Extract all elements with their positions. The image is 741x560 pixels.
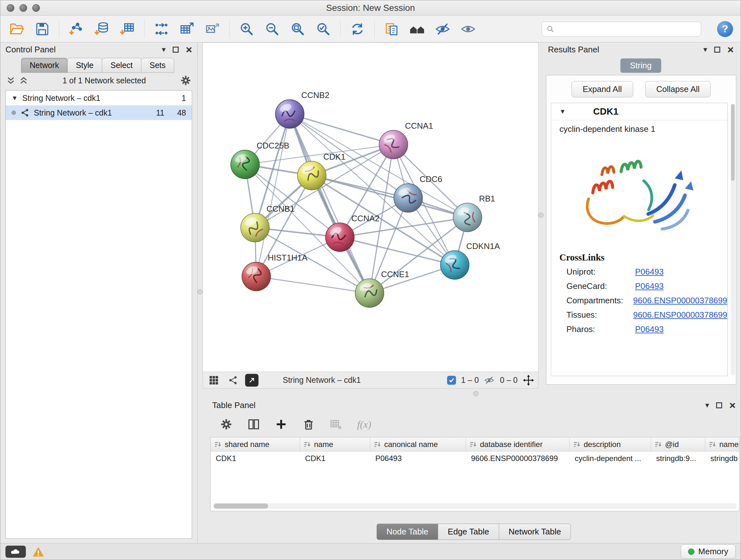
grid-view-icon[interactable] — [207, 374, 221, 387]
table-horizontal-scrollbar[interactable] — [213, 503, 737, 509]
hide-glyphs-icon[interactable] — [434, 20, 451, 38]
column-header[interactable]: @id — [651, 437, 705, 451]
search-box[interactable] — [542, 22, 701, 37]
tab-select[interactable]: Select — [102, 58, 141, 73]
expand-all-icon[interactable] — [19, 76, 28, 85]
crosslink-value[interactable]: 9606.ENSP00000378699 — [633, 296, 727, 306]
network-node-RB1[interactable]: RB1 — [453, 194, 495, 232]
tab-string[interactable]: String — [620, 58, 661, 73]
panel-collapse-icon[interactable]: ▾ — [162, 46, 165, 53]
node-label-CCNB2: CCNB2 — [301, 90, 329, 100]
gear-icon[interactable] — [180, 75, 192, 86]
network-node-CCNE1[interactable]: CCNE1 — [355, 269, 409, 307]
export-image-icon[interactable] — [204, 20, 221, 38]
network-graph[interactable]: CCNB2CCNA1CDC25BCDK1CDC6RB1CCNB1CCNA2CDK… — [203, 43, 538, 372]
pan-crosshair-icon[interactable] — [523, 374, 534, 386]
tab-node-table[interactable]: Node Table — [377, 523, 438, 540]
crosslink-value[interactable]: P06493 — [635, 281, 664, 291]
network-node-CCNB1[interactable]: CCNB1 — [241, 204, 294, 242]
panel-float-icon[interactable] — [714, 47, 720, 53]
minimize-window-icon[interactable] — [19, 4, 27, 12]
selected-checkbox-icon[interactable] — [447, 376, 456, 385]
zoom-window-icon[interactable] — [32, 4, 40, 12]
zoom-in-icon[interactable] — [238, 20, 255, 38]
panel-float-icon[interactable] — [173, 47, 179, 53]
network-node-HIST1H1A[interactable]: HIST1H1A — [242, 253, 308, 291]
panel-close-icon[interactable]: × — [729, 400, 736, 411]
help-icon[interactable]: ? — [717, 21, 733, 37]
results-scrollbar[interactable] — [731, 104, 735, 375]
delete-table-icon[interactable] — [330, 418, 342, 431]
tree-expander-icon[interactable]: ▼ — [11, 95, 18, 102]
vertical-splitter-grip[interactable] — [198, 289, 203, 294]
delete-column-icon[interactable] — [302, 418, 315, 431]
memory-label: Memory — [698, 547, 728, 557]
show-columns-icon[interactable] — [247, 418, 260, 431]
export-table-icon[interactable] — [179, 20, 196, 38]
column-header[interactable]: database identifier — [466, 437, 569, 451]
clone-network-icon[interactable] — [153, 20, 170, 38]
column-header[interactable]: canonical name — [370, 437, 466, 451]
horizontal-splitter-grip[interactable] — [473, 391, 478, 396]
crosslink-value[interactable]: 9606.ENSP00000378699 — [633, 310, 727, 320]
import-network-database-icon[interactable] — [93, 20, 111, 38]
warning-icon[interactable] — [32, 546, 44, 557]
network-node-CDKN1A[interactable]: CDKN1A — [441, 241, 500, 279]
panel-collapse-icon[interactable]: ▾ — [703, 46, 707, 53]
memory-button[interactable]: Memory — [681, 544, 736, 559]
column-header[interactable]: description — [569, 437, 651, 451]
network-node-CCNA1[interactable]: CCNA1 — [379, 121, 433, 159]
collapse-all-icon[interactable] — [6, 76, 16, 85]
show-glyphs-icon[interactable] — [460, 20, 477, 38]
save-session-icon[interactable] — [33, 20, 51, 38]
import-network-file-icon[interactable] — [68, 20, 85, 38]
column-header[interactable]: shared name — [211, 437, 300, 451]
table-row[interactable]: CDK1 CDK1 P06493 9606.ENSP00000378699 cy… — [211, 451, 739, 465]
crosslink-value[interactable]: P06493 — [635, 324, 664, 334]
vertical-splitter-grip[interactable] — [538, 212, 543, 218]
network-row[interactable]: String Network – cdk1 11 48 — [6, 105, 192, 120]
import-table-file-icon[interactable] — [119, 20, 136, 38]
refresh-icon[interactable] — [349, 20, 366, 38]
function-builder-icon[interactable]: f(x) — [357, 419, 371, 430]
share-view-icon[interactable] — [226, 374, 240, 387]
expand-all-button[interactable]: Expand All — [571, 81, 633, 98]
duplicate-document-icon[interactable] — [383, 20, 400, 38]
crosslink-row: Tissues: 9606.ENSP00000378699 — [551, 308, 727, 322]
main-toolbar: ? — [0, 16, 741, 43]
crosslink-row: Pharos: P06493 — [551, 322, 727, 336]
zoom-out-icon[interactable] — [264, 20, 281, 38]
network-canvas[interactable]: CCNB2CCNA1CDC25BCDK1CDC6RB1CCNB1CCNA2CDK… — [203, 43, 538, 372]
tab-network-table[interactable]: Network Table — [499, 523, 571, 540]
gene-expander-icon[interactable]: ▼ — [559, 108, 566, 115]
column-header[interactable]: namespace — [705, 437, 739, 451]
table-settings-gear-icon[interactable] — [220, 418, 232, 431]
panel-close-icon[interactable]: × — [186, 44, 192, 55]
cloud-icon[interactable] — [5, 546, 26, 558]
tab-style[interactable]: Style — [67, 58, 103, 73]
zoom-fit-icon[interactable] — [289, 20, 307, 38]
open-session-icon[interactable] — [8, 20, 25, 38]
network-collection-row[interactable]: ▼ String Network – cdk1 1 — [6, 91, 192, 105]
sort-icon — [303, 441, 311, 448]
panel-close-icon[interactable]: × — [727, 44, 734, 55]
collapse-all-button[interactable]: Collapse All — [645, 81, 711, 98]
panel-collapse-icon[interactable]: ▾ — [705, 401, 709, 409]
column-header[interactable]: name — [300, 437, 370, 451]
toolbar-separator — [229, 20, 230, 38]
tab-edge-table[interactable]: Edge Table — [438, 523, 499, 540]
network-selected-status: 1 of 1 Network selected — [28, 76, 180, 85]
node-count: 11 — [151, 108, 164, 118]
zoom-selected-icon[interactable] — [315, 20, 332, 38]
home-icon[interactable] — [408, 20, 426, 38]
crosslink-value[interactable]: P06493 — [635, 267, 664, 277]
sort-icon — [709, 441, 716, 448]
tab-sets[interactable]: Sets — [141, 58, 174, 73]
panel-float-icon[interactable] — [716, 402, 722, 408]
close-window-icon[interactable] — [7, 4, 14, 12]
tab-network[interactable]: Network — [21, 58, 68, 73]
add-column-icon[interactable] — [275, 418, 287, 431]
search-input[interactable] — [558, 24, 696, 34]
open-in-new-window-icon[interactable] — [245, 374, 259, 387]
node-label-CDK1: CDK1 — [323, 152, 345, 162]
